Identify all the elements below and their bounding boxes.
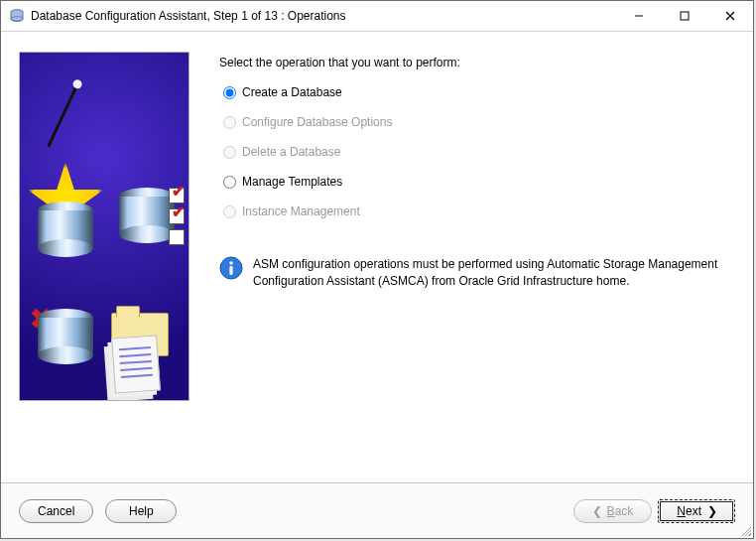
radio-delete-database bbox=[223, 146, 236, 159]
asm-info-block: ASM configuration operations must be per… bbox=[219, 256, 735, 291]
operation-options: Create a Database Configure Database Opt… bbox=[223, 79, 735, 224]
radio-create-database[interactable] bbox=[223, 86, 236, 99]
option-label: Create a Database bbox=[242, 85, 342, 99]
window-title: Database Configuration Assistant, Step 1… bbox=[31, 9, 616, 23]
option-label: Delete a Database bbox=[242, 145, 340, 159]
cancel-label: Cancel bbox=[38, 504, 74, 518]
radio-instance-management bbox=[223, 205, 236, 218]
asm-info-text: ASM configuration operations must be per… bbox=[253, 256, 729, 291]
back-arrow-icon: ❮ bbox=[592, 504, 601, 518]
wizard-content: Select the operation that you want to pe… bbox=[219, 48, 735, 482]
maximize-button[interactable] bbox=[662, 1, 707, 31]
svg-point-7 bbox=[229, 261, 233, 265]
minimize-button[interactable] bbox=[616, 1, 662, 31]
help-button[interactable]: Help bbox=[105, 499, 177, 523]
next-arrow-icon: ❯ bbox=[707, 504, 716, 518]
svg-rect-8 bbox=[229, 266, 232, 275]
cancel-button[interactable]: Cancel bbox=[19, 499, 93, 523]
close-button[interactable] bbox=[707, 1, 753, 31]
titlebar: Database Configuration Assistant, Step 1… bbox=[1, 1, 753, 32]
back-button: ❮ Back bbox=[573, 499, 653, 523]
wizard-body: ✔ ✔ ✖ Select the operation that you want… bbox=[1, 32, 753, 482]
operation-prompt: Select the operation that you want to pe… bbox=[219, 56, 735, 69]
radio-configure-database bbox=[223, 116, 236, 129]
dbca-wizard-window: Database Configuration Assistant, Step 1… bbox=[0, 0, 754, 539]
option-label: Manage Templates bbox=[242, 175, 342, 189]
back-label: Back bbox=[607, 504, 634, 518]
option-create-database[interactable]: Create a Database bbox=[223, 79, 735, 105]
option-label: Configure Database Options bbox=[242, 115, 392, 129]
app-icon bbox=[9, 8, 25, 24]
wizard-footer: Cancel Help ❮ Back Next ❯ bbox=[1, 482, 753, 538]
option-configure-database: Configure Database Options bbox=[223, 109, 735, 135]
help-label: Help bbox=[129, 504, 154, 518]
window-controls bbox=[616, 1, 753, 31]
option-delete-database: Delete a Database bbox=[223, 139, 735, 165]
svg-rect-3 bbox=[681, 12, 689, 20]
info-icon bbox=[219, 256, 243, 280]
option-manage-templates[interactable]: Manage Templates bbox=[223, 169, 735, 195]
next-label: Next bbox=[677, 504, 701, 518]
next-button[interactable]: Next ❯ bbox=[658, 499, 735, 523]
radio-manage-templates[interactable] bbox=[223, 176, 236, 189]
option-label: Instance Management bbox=[242, 204, 360, 218]
option-instance-management: Instance Management bbox=[223, 199, 735, 224]
resize-grip[interactable] bbox=[739, 524, 751, 536]
wizard-side-graphic: ✔ ✔ ✖ bbox=[19, 52, 189, 401]
